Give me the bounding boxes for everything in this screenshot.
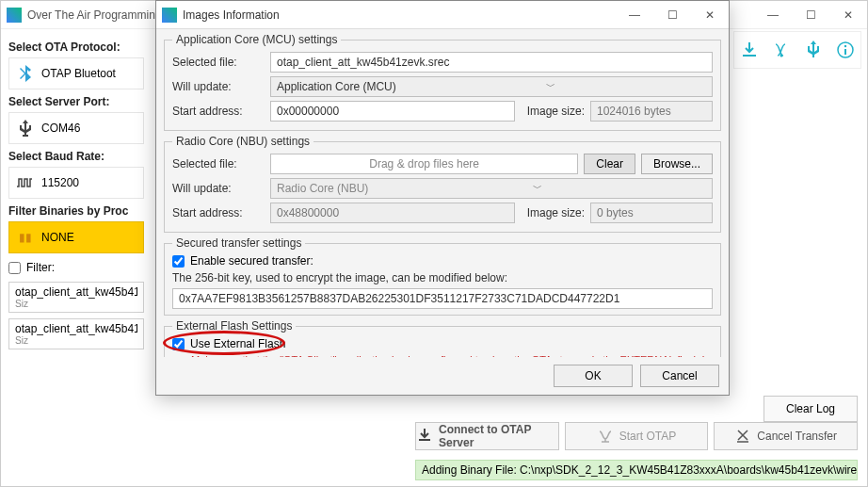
ext-flash-warning: Make sure that the "OTA Client" applicat… (191, 354, 713, 357)
info-icon[interactable] (834, 36, 857, 64)
app-selected-file-input[interactable] (270, 52, 713, 73)
start-otap-button[interactable]: Start OTAP (565, 422, 709, 450)
app-icon (7, 8, 22, 23)
baud-label: Select Baud Rate: (8, 150, 144, 163)
toolbar (733, 31, 861, 69)
cancel-button[interactable]: Cancel (640, 365, 719, 387)
app-selected-file-label: Selected file: (172, 56, 270, 69)
radio-drop-zone[interactable]: Drag & drop files here (270, 154, 578, 174)
svg-point-2 (844, 45, 846, 47)
baud-selector[interactable]: 115200 (8, 167, 144, 199)
main-minimize-button[interactable]: — (754, 1, 792, 29)
filter-by-label: Filter Binaries by Proc (8, 204, 144, 218)
chevron-down-icon: ﹀ (533, 182, 542, 195)
radio-start-addr-label: Start address: (172, 206, 270, 219)
protocol-label: Select OTA Protocol: (8, 41, 144, 54)
secured-key-hint: The 256-bit key, used to encrypt the ima… (172, 271, 713, 284)
ext-flash-legend: External Flash Settings (172, 319, 296, 333)
cancel-transfer-button[interactable]: Cancel Transfer (714, 422, 858, 450)
secured-legend: Secured transfer settings (172, 236, 305, 250)
radio-selected-file-label: Selected file: (172, 157, 270, 170)
use-external-flash-label: Use External Flash (190, 337, 285, 350)
binary-file-1[interactable]: otap_client_att_kw45b41 Siz (8, 318, 144, 349)
broadcast-icon (597, 427, 614, 446)
binary-file-1-name: otap_client_att_kw45b41 (15, 322, 137, 335)
binary-file-0[interactable]: otap_client_att_kw45b41 Siz (8, 282, 144, 313)
images-information-dialog: Images Information — ☐ ✕ Application Cor… (155, 0, 730, 396)
radio-will-update-select[interactable]: Radio Core (NBU)﹀ (270, 178, 713, 199)
radio-clear-button[interactable]: Clear (584, 154, 635, 174)
radio-will-update-label: Will update: (172, 182, 270, 195)
use-external-flash-checkbox[interactable] (172, 338, 185, 350)
bluetooth-icon (17, 65, 34, 82)
app-image-size-label: Image size: (521, 105, 585, 118)
dialog-title: Images Information (183, 8, 616, 22)
usb-icon (17, 120, 34, 137)
filter-icon: ▮▮ (17, 229, 34, 246)
app-start-addr-input[interactable] (270, 101, 515, 122)
radio-start-addr-input (270, 203, 515, 223)
svg-point-0 (780, 55, 783, 57)
sidebar: Select OTA Protocol: OTAP Bluetoot Selec… (1, 29, 152, 486)
dialog-close-button[interactable]: ✕ (691, 1, 729, 29)
radio-image-size-field (590, 203, 713, 223)
app-image-size-field (590, 101, 713, 122)
clear-log-button[interactable]: Clear Log (764, 396, 858, 422)
protocol-value: OTAP Bluetoot (41, 67, 116, 80)
app-icon (162, 8, 177, 23)
radio-core-group: Radio Core (NBU) settings Selected file:… (164, 135, 721, 233)
port-value: COM46 (41, 122, 80, 135)
app-start-addr-label: Start address: (172, 105, 270, 118)
port-selector[interactable]: COM46 (8, 112, 144, 144)
port-label: Select Server Port: (8, 95, 144, 108)
enable-secured-checkbox[interactable] (172, 255, 185, 268)
app-core-legend: Application Core (MCU) settings (172, 33, 341, 46)
connect-button[interactable]: Connect to OTAP Server (415, 422, 559, 450)
filter-check-label: Filter: (26, 261, 55, 274)
dialog-maximize-button[interactable]: ☐ (653, 1, 691, 29)
radio-core-legend: Radio Core (NBU) settings (172, 135, 313, 148)
protocol-selector[interactable]: OTAP Bluetoot (8, 57, 144, 89)
usb-tool-icon[interactable] (802, 36, 825, 64)
secured-key-input[interactable] (172, 288, 713, 309)
log-line: Adding Binary File: C:\nxp\SDK_2_12_3_KW… (422, 463, 858, 477)
filter-processor-selector[interactable]: ▮▮ NONE (8, 221, 144, 253)
app-will-update-label: Will update: (172, 80, 270, 93)
wave-icon (17, 174, 34, 191)
signal-icon[interactable] (770, 36, 793, 64)
filter-none-value: NONE (41, 231, 74, 244)
app-will-update-select[interactable]: Application Core (MCU)﹀ (270, 76, 713, 97)
app-core-group: Application Core (MCU) settings Selected… (164, 33, 721, 131)
filter-checkbox[interactable] (8, 262, 21, 274)
main-maximize-button[interactable]: ☐ (792, 1, 829, 29)
log-area: Adding Binary File: C:\nxp\SDK_2_12_3_KW… (415, 460, 858, 480)
dialog-titlebar: Images Information — ☐ ✕ (156, 1, 729, 29)
chevron-down-icon: ﹀ (546, 80, 555, 93)
download-icon (416, 427, 433, 446)
binary-file-1-size: Siz (15, 335, 137, 346)
enable-secured-label: Enable secured transfer: (190, 254, 313, 268)
binary-file-0-size: Siz (15, 299, 137, 309)
radio-image-size-label: Image size: (521, 206, 585, 219)
dialog-footer: OK Cancel (156, 357, 729, 395)
radio-browse-button[interactable]: Browse... (641, 154, 713, 174)
secured-transfer-group: Secured transfer settings Enable secured… (164, 236, 721, 316)
external-flash-group: External Flash Settings Use External Fla… (164, 319, 721, 357)
dialog-minimize-button[interactable]: — (616, 1, 653, 29)
binary-file-0-name: otap_client_att_kw45b41 (15, 285, 137, 299)
main-close-button[interactable]: ✕ (829, 1, 867, 29)
baud-value: 115200 (41, 176, 79, 189)
download-icon[interactable] (738, 36, 761, 64)
ok-button[interactable]: OK (554, 365, 633, 387)
cancel-icon (734, 427, 751, 446)
svg-rect-3 (844, 49, 846, 55)
